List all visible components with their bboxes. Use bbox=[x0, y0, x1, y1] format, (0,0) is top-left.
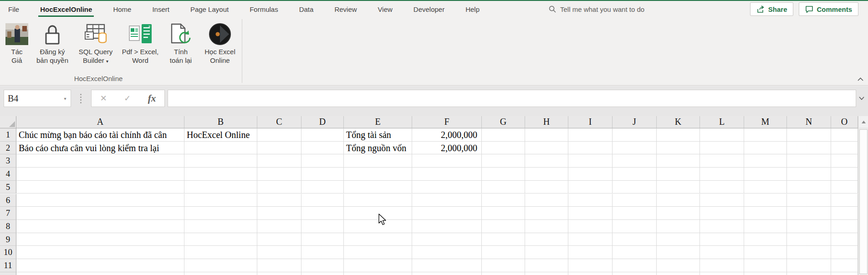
cell-l4[interactable] bbox=[700, 168, 744, 181]
select-all-corner[interactable] bbox=[0, 116, 16, 128]
cell-o6[interactable] bbox=[831, 194, 858, 207]
cell-c4[interactable] bbox=[257, 168, 301, 181]
cell-e5[interactable] bbox=[344, 181, 412, 194]
row-header-2[interactable]: 2 bbox=[0, 142, 16, 155]
collapse-ribbon-button[interactable] bbox=[856, 76, 864, 83]
cell-k11[interactable] bbox=[657, 259, 700, 272]
cell-a12[interactable] bbox=[16, 272, 184, 275]
dang-ky-ban-quyen-button[interactable]: Đăng ký bản quyền bbox=[31, 20, 74, 66]
column-header-n[interactable]: N bbox=[787, 116, 831, 128]
cell-g1[interactable] bbox=[482, 128, 525, 142]
cell-n1[interactable] bbox=[787, 128, 831, 142]
cell-f8[interactable] bbox=[412, 220, 482, 233]
cell-h3[interactable] bbox=[525, 154, 568, 168]
cell-n10[interactable] bbox=[787, 246, 831, 259]
cell-i2[interactable] bbox=[568, 142, 613, 155]
cell-f5[interactable] bbox=[412, 181, 482, 194]
cell-m2[interactable] bbox=[744, 142, 787, 155]
cell-j8[interactable] bbox=[613, 220, 657, 233]
cell-k6[interactable] bbox=[657, 194, 700, 207]
cell-n5[interactable] bbox=[787, 181, 831, 194]
cell-j5[interactable] bbox=[613, 181, 657, 194]
cell-j1[interactable] bbox=[613, 128, 657, 142]
tab-formulas[interactable]: Formulas bbox=[250, 1, 278, 17]
cell-l10[interactable] bbox=[700, 246, 744, 259]
cell-o2[interactable] bbox=[831, 142, 858, 155]
cell-a7[interactable] bbox=[16, 207, 184, 220]
cell-e6[interactable] bbox=[344, 194, 412, 207]
cell-n12[interactable] bbox=[787, 272, 831, 275]
cell-a11[interactable] bbox=[16, 259, 184, 272]
cell-h4[interactable] bbox=[525, 168, 568, 181]
cell-f10[interactable] bbox=[412, 246, 482, 259]
cell-a10[interactable] bbox=[16, 246, 184, 259]
cell-b4[interactable] bbox=[184, 168, 257, 181]
cell-d8[interactable] bbox=[301, 220, 344, 233]
cell-o10[interactable] bbox=[831, 246, 858, 259]
cell-g8[interactable] bbox=[482, 220, 525, 233]
tac-gia-button[interactable]: Tác Giả bbox=[3, 20, 31, 66]
cell-j10[interactable] bbox=[613, 246, 657, 259]
cell-g9[interactable] bbox=[482, 233, 525, 246]
cell-n4[interactable] bbox=[787, 168, 831, 181]
cell-n9[interactable] bbox=[787, 233, 831, 246]
cell-c10[interactable] bbox=[257, 246, 301, 259]
cell-c8[interactable] bbox=[257, 220, 301, 233]
cell-f1[interactable]: 2,000,000 bbox=[412, 128, 482, 142]
cell-c5[interactable] bbox=[257, 181, 301, 194]
cell-j2[interactable] bbox=[613, 142, 657, 155]
cell-o7[interactable] bbox=[831, 207, 858, 220]
tinh-toan-lai-button[interactable]: Tính toán lại bbox=[163, 20, 199, 66]
cell-o9[interactable] bbox=[831, 233, 858, 246]
cell-d5[interactable] bbox=[301, 181, 344, 194]
cell-k2[interactable] bbox=[657, 142, 700, 155]
cell-k9[interactable] bbox=[657, 233, 700, 246]
cell-b5[interactable] bbox=[184, 181, 257, 194]
cell-c12[interactable] bbox=[257, 272, 301, 275]
vertical-scrollbar[interactable] bbox=[858, 116, 868, 275]
cell-o4[interactable] bbox=[831, 168, 858, 181]
tab-file[interactable]: File bbox=[8, 1, 19, 17]
cell-e11[interactable] bbox=[344, 259, 412, 272]
column-header-l[interactable]: L bbox=[700, 116, 744, 128]
cell-d6[interactable] bbox=[301, 194, 344, 207]
formula-input[interactable] bbox=[168, 90, 856, 107]
cell-k5[interactable] bbox=[657, 181, 700, 194]
cell-h6[interactable] bbox=[525, 194, 568, 207]
column-header-a[interactable]: A bbox=[16, 116, 184, 128]
cell-b9[interactable] bbox=[184, 233, 257, 246]
cell-d9[interactable] bbox=[301, 233, 344, 246]
cell-e3[interactable] bbox=[344, 154, 412, 168]
column-header-e[interactable]: E bbox=[344, 116, 412, 128]
cell-l8[interactable] bbox=[700, 220, 744, 233]
enter-icon[interactable]: ✓ bbox=[124, 93, 131, 103]
cell-o1[interactable] bbox=[831, 128, 858, 142]
tab-review[interactable]: Review bbox=[334, 1, 357, 17]
cell-a2[interactable]: Báo cáo chưa cân vui lòng kiểm tra lại bbox=[16, 142, 184, 155]
cell-e4[interactable] bbox=[344, 168, 412, 181]
row-header-5[interactable]: 5 bbox=[0, 181, 16, 194]
cell-h5[interactable] bbox=[525, 181, 568, 194]
cell-k7[interactable] bbox=[657, 207, 700, 220]
cell-i4[interactable] bbox=[568, 168, 613, 181]
pdf-to-excel-word-button[interactable]: x Pdf > Excel, Word bbox=[117, 20, 163, 66]
cell-f3[interactable] bbox=[412, 154, 482, 168]
column-header-m[interactable]: M bbox=[744, 116, 787, 128]
row-header-1[interactable]: 1 bbox=[0, 128, 16, 142]
cell-j12[interactable] bbox=[613, 272, 657, 275]
cell-b7[interactable] bbox=[184, 207, 257, 220]
column-header-i[interactable]: I bbox=[568, 116, 613, 128]
cell-l11[interactable] bbox=[700, 259, 744, 272]
cell-c1[interactable] bbox=[257, 128, 301, 142]
cell-h10[interactable] bbox=[525, 246, 568, 259]
column-header-o[interactable]: O bbox=[831, 116, 858, 128]
cell-j7[interactable] bbox=[613, 207, 657, 220]
cell-h1[interactable] bbox=[525, 128, 568, 142]
tab-page-layout[interactable]: Page Layout bbox=[190, 1, 229, 17]
cell-a6[interactable] bbox=[16, 194, 184, 207]
cell-m10[interactable] bbox=[744, 246, 787, 259]
cell-o12[interactable] bbox=[831, 272, 858, 275]
column-header-d[interactable]: D bbox=[301, 116, 344, 128]
cell-a1[interactable]: Chúc mừng bạn báo cáo tài chính đã cân bbox=[16, 128, 184, 142]
cell-m1[interactable] bbox=[744, 128, 787, 142]
